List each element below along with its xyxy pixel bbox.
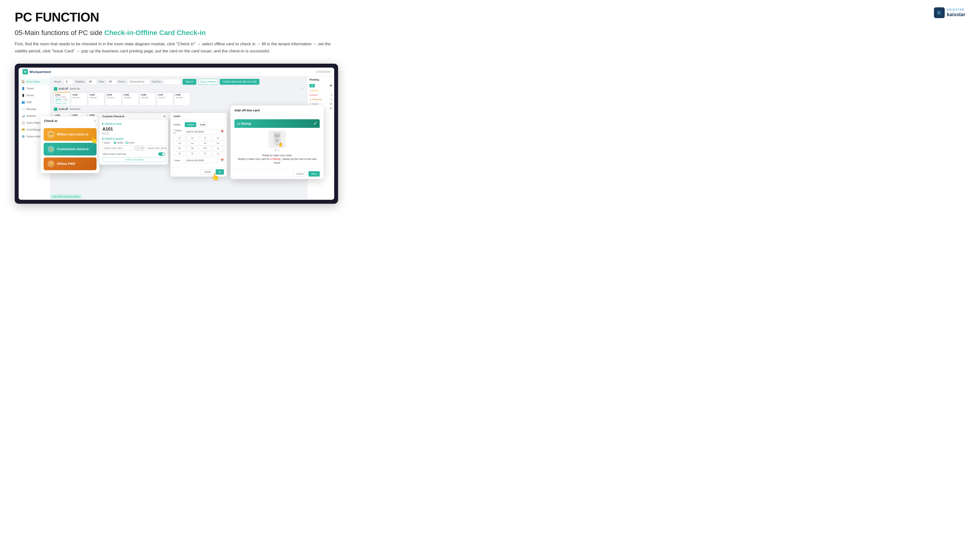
sidebar-label-statistics: Statistics xyxy=(27,114,36,117)
message-icon: ✉️ xyxy=(22,108,25,111)
room-tags-a101: Check in Cha... xyxy=(55,98,69,102)
query-report-icon: 📋 xyxy=(22,121,25,125)
system-settings-icon: ⚙️ xyxy=(22,135,25,138)
main-content: House: Building: Floor: Room: Card No: S… xyxy=(51,76,307,199)
panel-notice: ! Notice 20 xyxy=(309,106,332,110)
room-card-a103[interactable]: A103 Bed lock xyxy=(88,92,104,106)
sidebar-label-message: Message xyxy=(27,108,37,110)
panel-notice-count: 20 xyxy=(330,107,332,110)
handle-button[interactable]: Handle abnormal with one click xyxy=(220,79,259,85)
room-card-a208[interactable]: A208Bed lock xyxy=(174,113,190,120)
room-card-a102[interactable]: A102 Bed lock xyxy=(71,92,87,106)
house-input[interactable] xyxy=(64,79,73,85)
room-card-a205[interactable]: A205Bed lock xyxy=(123,113,139,120)
building-label: Building: xyxy=(75,80,85,83)
room-card-a104[interactable]: A104 Bed lock xyxy=(105,92,121,106)
room-status-icon: 🏠 xyxy=(22,80,25,84)
building-input[interactable] xyxy=(87,79,97,85)
room-card-a301[interactable]: A301Bed lock xyxy=(54,127,70,135)
sidebar-label-room-status: Room status xyxy=(27,80,40,83)
room-card-a107[interactable]: A107 Bed lock xyxy=(157,92,173,106)
card-no-label: Card No: xyxy=(152,80,161,83)
staff-icon: 👥 xyxy=(22,101,25,104)
floor-more-1f[interactable]: ··· ∨ xyxy=(299,87,304,90)
room-card-a105[interactable]: A105 Bed lock xyxy=(123,92,139,106)
panel-abnormal-count: 0 xyxy=(331,98,332,101)
card-no-input[interactable] xyxy=(164,79,181,85)
sidebar-item-staff[interactable]: 👥 Staff xyxy=(19,99,50,106)
rooms-grid-1f: A101 Due in 4 days Check in Cha... Check… xyxy=(54,92,304,106)
room-card-a201[interactable]: A201Bed lock xyxy=(54,113,70,120)
panel-abnormal-label: ▲ Abnormal xyxy=(309,98,321,101)
sidebar-item-statistics[interactable]: 📊 Statistics xyxy=(19,113,50,119)
panel-rented: ● Rented xyxy=(309,88,332,93)
export-button[interactable]: Export listings xyxy=(198,79,218,85)
room-card-a202[interactable]: A202Bed lock xyxy=(71,113,87,120)
sidebar-item-card-management[interactable]: 💳 Card Management xyxy=(19,126,50,133)
sidebar-item-system-settings[interactable]: ⚙️ System settings xyxy=(19,133,50,140)
search-button[interactable]: Search xyxy=(183,79,196,85)
sidebar-label-card-management: Card Management xyxy=(27,128,47,131)
subtitle-highlight: Check-in-Offline Card Check-in xyxy=(104,29,206,37)
room-card-a204[interactable]: A204Bed lock xyxy=(105,113,121,120)
room-card-a206[interactable]: A206Bed lock xyxy=(140,113,156,120)
serial-label-2f: Serial No: xyxy=(70,108,80,110)
app-logo-small: W WisApartment xyxy=(22,69,51,75)
sidebar-item-room-status[interactable]: 🏠 Room status xyxy=(19,78,50,85)
room-input[interactable] xyxy=(128,79,150,85)
description: First, find the room that needs to be ch… xyxy=(15,41,333,55)
subtitle-plain: 05-Main functions of PC side xyxy=(15,29,104,37)
rooms-grid-3f: A301Bed lock xyxy=(54,127,304,135)
right-panel: Pending All 46 ● Rented ● Expire 0 ▲ Abn… xyxy=(307,76,334,199)
room-card-a101[interactable]: A101 Due in 4 days Check in Cha... Check… xyxy=(54,92,70,106)
floor-more-2f[interactable]: ··· ∨ xyxy=(299,108,304,110)
room-action-a101[interactable]: Check in | Che... xyxy=(55,103,69,104)
room-card-a106[interactable]: A106 Bed lock xyxy=(140,92,156,106)
sidebar-label-tenant: Tenant xyxy=(27,87,34,90)
room-card-a108[interactable]: A108 Bed lock xyxy=(174,92,190,106)
panel-all-label: All xyxy=(309,84,315,87)
floor-header-2f: A-A1-2F Serial No: ··· ∨ xyxy=(54,108,304,111)
floor-label: Floor: xyxy=(99,80,105,83)
sidebar-label-query-report: Query Report xyxy=(27,121,41,124)
floor-icon-2f xyxy=(54,108,57,111)
serial-label-3f: Serial No: xyxy=(70,122,80,125)
statistics-icon: 📊 xyxy=(22,114,25,118)
panel-abnormal: ▲ Abnormal 0 xyxy=(309,97,332,102)
panel-all-item: All 46 xyxy=(309,83,332,88)
panel-notice-label: ! Notice xyxy=(309,107,317,110)
room-card-a207[interactable]: A207Bed lock xyxy=(157,113,173,120)
screen-inner: W WisApartment 17/6/7/2159 🏠 Room status… xyxy=(19,68,334,200)
sidebar-label-staff: Staff xyxy=(27,101,31,103)
panel-vacant-label: ◻ Vacant xyxy=(309,103,318,105)
floor-input[interactable] xyxy=(107,79,117,85)
subtitle: 05-Main functions of PC side Check-in-Of… xyxy=(15,29,342,37)
screenshot-wrapper: W WisApartment 17/6/7/2159 🏠 Room status… xyxy=(15,64,338,204)
rooms-grid-2f: A201Bed lock A202Bed lock A203Bed lock A… xyxy=(54,113,304,120)
serial-label-1f: Serial No: xyxy=(70,87,80,90)
floor-more-3f[interactable]: ··· ∨ xyxy=(299,122,304,125)
app-topbar: W WisApartment 17/6/7/2159 xyxy=(19,68,334,76)
floor-icon-3f xyxy=(54,122,57,125)
page-title: PC FUNCTION xyxy=(15,10,342,24)
sidebar-item-device[interactable]: 📱 Device › xyxy=(19,92,50,99)
room-status-a101: Due in 4 days xyxy=(55,96,69,98)
floor-section-2f: A-A1-2F Serial No: ··· ∨ A201Bed lock A2… xyxy=(54,108,304,120)
panel-vacant-count: 20 xyxy=(330,103,332,105)
tag-checkin-a101: Check in xyxy=(55,98,62,102)
topbar-datetime: 17/6/7/2159 xyxy=(316,70,330,73)
room-card-a203[interactable]: A203Bed lock xyxy=(88,113,104,120)
sidebar-item-message[interactable]: ✉️ Message xyxy=(19,106,50,113)
house-label: House: xyxy=(54,80,62,83)
panel-expire-label: ● Expire xyxy=(309,94,318,96)
sidebar-item-tenant[interactable]: 👤 Tenant xyxy=(19,85,50,92)
panel-vacant: ◻ Vacant 20 xyxy=(309,102,332,106)
app-name: WisApartment xyxy=(29,70,51,74)
floor-section-1f: A-A1-1F Serial No: ··· ∨ A101 Due in 4 d… xyxy=(54,87,304,106)
floor-title-3f: A-A1-3F xyxy=(59,122,68,125)
app-logo-icon-small: W xyxy=(22,69,28,75)
filter-bar: House: Building: Floor: Room: Card No: S… xyxy=(54,79,304,85)
floor-title-1f: A-A1-1F xyxy=(59,87,68,90)
sidebar-item-query-report[interactable]: 📋 Query Report › xyxy=(19,119,50,126)
sidebar-label-device: Device xyxy=(27,94,34,97)
